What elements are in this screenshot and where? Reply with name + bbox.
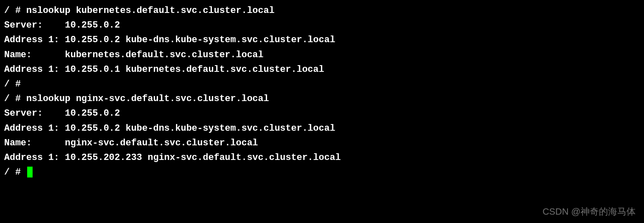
terminal-line: Server: 10.255.0.2: [4, 18, 640, 33]
terminal-line: Server: 10.255.0.2: [4, 106, 640, 121]
cursor-icon: [27, 167, 33, 177]
terminal-line: Name: kubernetes.default.svc.cluster.loc…: [4, 48, 640, 62]
terminal-line: / # nslookup nginx-svc.default.svc.clust…: [4, 91, 640, 106]
terminal-line: Name: nginx-svc.default.svc.cluster.loca…: [4, 136, 640, 150]
watermark-text: CSDN @神奇的海马体: [542, 204, 636, 219]
terminal-prompt-line[interactable]: / #: [4, 165, 640, 180]
terminal-output[interactable]: / # nslookup kubernetes.default.svc.clus…: [4, 3, 640, 180]
terminal-line: Address 1: 10.255.202.233 nginx-svc.defa…: [4, 150, 640, 165]
terminal-line: / #: [4, 77, 640, 91]
terminal-line: Address 1: 10.255.0.2 kube-dns.kube-syst…: [4, 121, 640, 136]
terminal-line: Address 1: 10.255.0.1 kubernetes.default…: [4, 62, 640, 77]
terminal-prompt: / #: [4, 167, 26, 177]
terminal-line: / # nslookup kubernetes.default.svc.clus…: [4, 3, 640, 18]
terminal-line: Address 1: 10.255.0.2 kube-dns.kube-syst…: [4, 33, 640, 47]
